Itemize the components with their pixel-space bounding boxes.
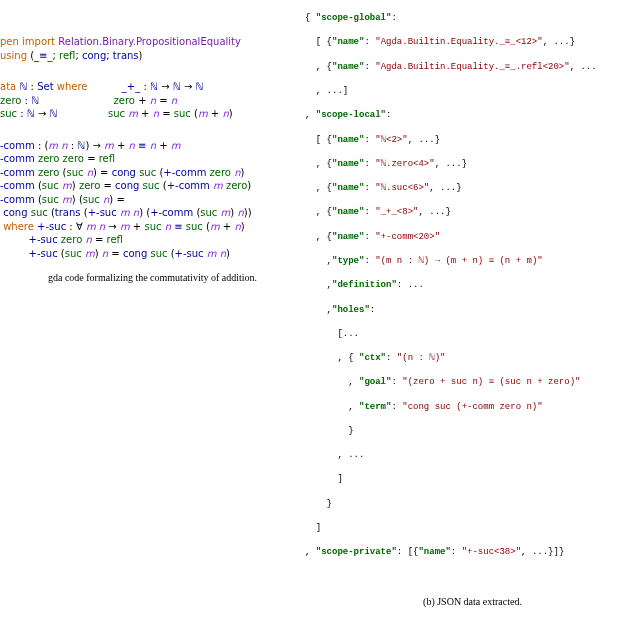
json-line: , {"name": "ℕ.suc<6>", ...} [305, 182, 640, 194]
json-line: , ... [305, 449, 640, 461]
agda-code: pen import Relation.Binary.Propositional… [0, 35, 305, 260]
json-line: , {"name": "Agda.Builtin.Equality._≡_.re… [305, 61, 640, 73]
module-name: Relation.Binary.PropositionalEquality [58, 36, 241, 47]
caption-a: gda code formalizing the commutativity o… [0, 272, 305, 283]
kw-open-import: pen import [0, 36, 55, 47]
top-row: pen import Relation.Binary.Propositional… [0, 0, 640, 633]
json-line: , "scope-private": [{"name": "+-suc<38>"… [305, 546, 640, 558]
caption-b: (b) JSON data extracted. [305, 595, 640, 609]
json-line: ,"definition": ... [305, 279, 640, 291]
kw-data: ata [0, 81, 16, 92]
agda-panel: pen import Relation.Binary.Propositional… [0, 0, 305, 633]
json-line: , {"name": "_+_<8>", ...} [305, 206, 640, 218]
json-line: , "goal": "(zero + suc n) ≡ (suc n + zer… [305, 376, 640, 388]
json-line: { "scope-global": [305, 12, 640, 24]
json-line: [ {"name": "Agda.Builtin.Equality._≡_<12… [305, 36, 640, 48]
con-zero: zero [0, 95, 21, 106]
json-line: } [305, 425, 640, 437]
con-suc: suc [0, 108, 17, 119]
json-line: ] [305, 473, 640, 485]
json-line: ,"type": "(m n : ℕ) → (m + n) ≡ (n + m)" [305, 255, 640, 267]
json-line: ] [305, 522, 640, 534]
json-line: [ {"name": "ℕ<2>", ...} [305, 134, 640, 146]
json-line: , { "ctx": "(n : ℕ)" [305, 352, 640, 364]
json-line: , "term": "cong suc (+-comm zero n)" [305, 401, 640, 413]
type-nat: ℕ [19, 81, 27, 92]
json-line: , {"name": "+-comm<20>" [305, 231, 640, 243]
type-set: Set [37, 81, 53, 92]
json-line: , "scope-local": [305, 109, 640, 121]
json-panel: { "scope-global": [ {"name": "Agda.Built… [305, 0, 640, 633]
json-line: } [305, 498, 640, 510]
kw-using: using [0, 50, 27, 61]
json-line: , ...] [305, 85, 640, 97]
json-line: ,"holes": [305, 304, 640, 316]
json-line: [... [305, 328, 640, 340]
json-line: , {"name": "ℕ.zero<4>", ...} [305, 158, 640, 170]
